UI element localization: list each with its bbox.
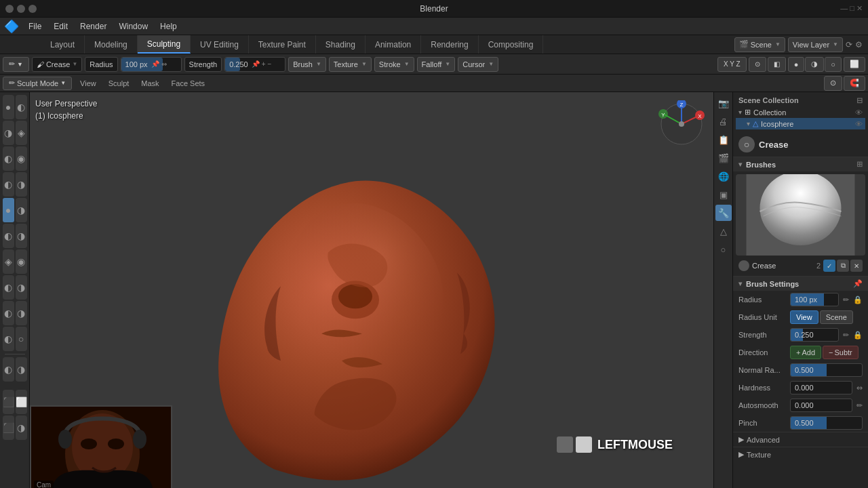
brush-selector[interactable]: 🖌 Crease ▼ [32,57,82,72]
brush-crease2[interactable]: ◑ [16,198,27,222]
menu-window[interactable]: Window [113,20,153,33]
xray-toggle[interactable]: ◧ [768,57,786,72]
mode-switcher[interactable]: ✏ ▼ [3,57,29,72]
radius-slider[interactable]: 100 px 📌 ⇔ [121,57,182,72]
display-btn1[interactable]: ⬛ [3,390,14,414]
prop-icon-view[interactable]: 📋 [715,131,732,148]
brush-snake[interactable]: ◐ [3,275,14,300]
sculpt-mode-btn[interactable]: ✏ Sculpt Mode ▼ [3,77,72,90]
brush-grab[interactable]: ◈ [3,249,14,274]
viewlayer-selector[interactable]: View Layer [788,37,843,52]
maximize-btn[interactable] [28,5,37,13]
brush-smooth[interactable]: ◐ [3,224,14,248]
stroke-dropdown[interactable]: Stroke [374,57,414,72]
brush-flatten2[interactable]: ◉ [16,146,27,171]
texture-dropdown[interactable]: Texture [329,57,372,72]
hardness-value[interactable]: 0.000 [790,381,852,394]
prop-icon-render[interactable]: 📷 [715,95,732,111]
radius-value[interactable]: 100 px [790,293,839,306]
sync-btn[interactable]: ⟳ [846,40,852,49]
collection-item[interactable]: ▾ ⊞ Collection 👁 [736,106,865,118]
menu-render[interactable]: Render [75,20,112,33]
direction-add-btn[interactable]: + Add [790,346,821,359]
radius-scene-btn[interactable]: Scene [820,310,853,324]
brush-delete-btn[interactable]: ✕ [850,260,863,272]
radius-view-btn[interactable]: View [790,310,818,324]
brush-dropdown[interactable]: Brush [288,57,326,72]
object-eye[interactable]: 👁 [855,120,863,128]
menu-edit[interactable]: Edit [48,20,73,33]
radius-pen-icon[interactable]: ✏ [843,296,849,304]
prop-icon-mesh[interactable]: △ [715,223,732,239]
mask-btn2[interactable]: ◑ [16,357,27,382]
prop-icon-object[interactable]: ▣ [715,186,732,203]
brush-draw2[interactable]: ◐ [16,95,27,119]
mask-btn[interactable]: ◐ [3,357,14,382]
strength-lock-icon[interactable]: 🔒 [853,331,863,340]
overlay-toggle[interactable]: ⊙ [749,57,766,72]
header-facesets-link[interactable]: Face Sets [167,78,210,89]
brush-flatten[interactable]: ◐ [3,146,14,171]
tab-rendering[interactable]: Rendering [421,35,478,54]
brush-smooth2[interactable]: ◑ [16,224,27,248]
normal-radius-value[interactable]: 0.500 [790,363,863,377]
strength-slider[interactable]: 0.250 📌 + − [224,57,285,72]
icosphere-item[interactable]: ▾ △ Icosphere 👁 [736,118,865,129]
brush-thumb[interactable]: ◐ [3,301,14,325]
nav-btn1[interactable]: ⬛ [3,415,14,440]
brush-grab2[interactable]: ◉ [16,249,27,274]
texture-header[interactable]: ▶ Texture [733,447,868,462]
tab-sculpting[interactable]: Sculpting [138,35,191,54]
prop-icon-output[interactable]: 🖨 [715,113,732,129]
collection-eye[interactable]: 👁 [855,108,863,117]
falloff-dropdown[interactable]: Falloff [417,57,456,72]
brushes-expand[interactable]: ⊞ [856,160,863,169]
brush-clay[interactable]: ◑ [3,121,14,145]
header-sculpt-link[interactable]: Sculpt [104,78,134,89]
fullscreen-toggle[interactable]: ⬜ [844,57,865,72]
menu-file[interactable]: File [23,20,47,33]
brush-settings-pin[interactable]: 📌 [853,279,863,288]
brush-inflate[interactable]: ◐ [3,172,14,197]
tab-uv-editing[interactable]: UV Editing [191,35,249,54]
prop-icon-tool[interactable]: 🔧 [715,205,732,221]
brush-thumb2[interactable]: ◑ [16,301,27,325]
brush-copy-btn[interactable]: ⧉ [837,260,849,272]
menu-help[interactable]: Help [155,20,182,33]
minimize-btn[interactable] [17,5,25,13]
tab-layout[interactable]: Layout [41,35,85,54]
settings-btn[interactable]: ⚙ [855,40,863,49]
prop-icon-scene[interactable]: 🎬 [715,150,732,166]
strength-pen-icon[interactable]: ✏ [843,331,849,340]
prop-icon-world[interactable]: 🌐 [715,168,732,184]
nav-gizmo[interactable]: X Y Z [658,100,705,150]
advanced-header[interactable]: ▶ Advanced [733,432,868,447]
tab-compositing[interactable]: Compositing [479,35,544,54]
render-shade[interactable]: ○ [825,57,842,72]
direction-sub-btn[interactable]: − Subtr [823,346,859,359]
tab-shading[interactable]: Shading [316,35,366,54]
brush-pinch2[interactable]: ○ [16,327,27,351]
hardness-swap-icon[interactable]: ⇔ [856,384,863,392]
brush-clay2[interactable]: ◈ [16,121,27,145]
proportional-edit-btn[interactable]: ⊙ [824,76,842,91]
header-view-link[interactable]: View [76,78,100,89]
header-mask-link[interactable]: Mask [137,78,163,89]
window-controls[interactable] [5,5,37,13]
brush-snake2[interactable]: ◑ [16,275,27,300]
brush-pinch[interactable]: ◐ [3,327,14,351]
radius-lock-icon[interactable]: 🔒 [853,296,863,304]
brush-fake-user-btn[interactable]: ✓ [823,260,835,272]
brush-settings-header[interactable]: ▾ Brush Settings 📌 [733,277,868,291]
pinch-value[interactable]: 0.500 [790,416,863,430]
cursor-dropdown[interactable]: Cursor [458,57,498,72]
viewport[interactable]: User Perspective (1) Icosphere [30,92,713,488]
prop-icon-material[interactable]: ○ [715,241,732,258]
material-shade[interactable]: ◑ [805,57,824,72]
scene-selector[interactable]: 🎬 Scene [734,37,785,52]
solid-shade[interactable]: ● [788,57,805,72]
brushes-header[interactable]: ▾ Brushes ⊞ [733,157,868,171]
brush-draw[interactable]: ● [3,95,14,119]
brush-crease[interactable]: ● [3,198,14,222]
autosmooth-pen-icon[interactable]: ✏ [856,401,863,410]
